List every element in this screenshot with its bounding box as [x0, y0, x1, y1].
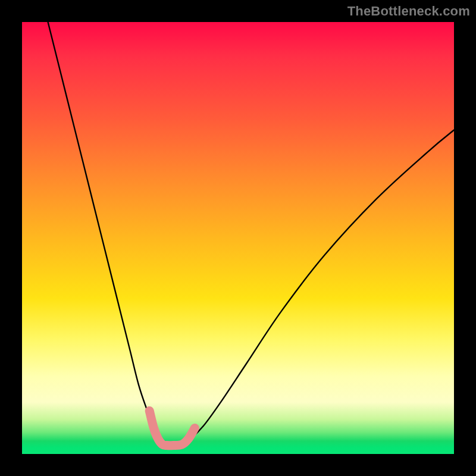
watermark-text: TheBottleneck.com: [347, 4, 470, 19]
outer-frame: TheBottleneck.com: [0, 0, 476, 476]
optimal-range-highlight: [149, 411, 195, 445]
bottleneck-curve: [48, 22, 454, 446]
chart-svg: [22, 22, 454, 454]
